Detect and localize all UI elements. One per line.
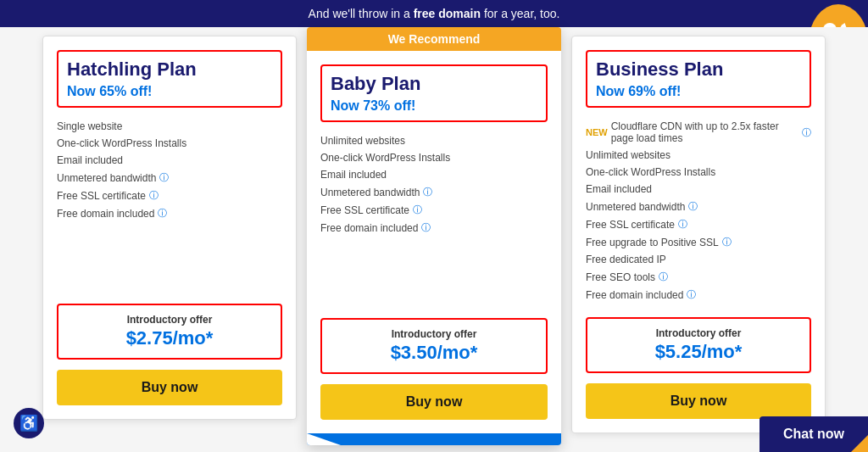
info-icon[interactable]: ⓘ <box>149 189 159 202</box>
business-plan-card: Business Plan Now 69% off! NEW Cloudflar… <box>571 36 826 433</box>
info-icon[interactable]: ⓘ <box>688 200 698 213</box>
top-banner: And we'll throw in a free domain for a y… <box>0 0 868 27</box>
list-item: Free dedicated IP <box>586 251 811 268</box>
business-plan-name: Business Plan <box>596 59 801 81</box>
baby-plan-name: Baby Plan <box>331 73 537 95</box>
list-item: One-click WordPress Installs <box>586 164 811 181</box>
hatchling-title-box: Hatchling Plan Now 65% off! <box>57 50 282 108</box>
info-icon[interactable]: ⓘ <box>678 218 687 231</box>
business-plan-content: Business Plan Now 69% off! NEW Cloudflar… <box>572 36 825 432</box>
new-badge: NEW <box>586 127 608 137</box>
list-item: Free domain includedⓘ <box>57 204 282 222</box>
accessibility-button[interactable]: ♿ <box>14 408 44 438</box>
business-intro-label: Introductory offer <box>596 327 801 339</box>
list-item: Email included <box>586 181 811 198</box>
list-item: Unmetered bandwidthⓘ <box>586 198 811 215</box>
list-item: Free domain includedⓘ <box>320 219 548 237</box>
accessibility-icon: ♿ <box>19 414 38 432</box>
top-banner-text: And we'll throw in a free domain for a y… <box>309 7 560 20</box>
hatchling-buy-button[interactable]: Buy now <box>57 370 282 405</box>
list-item: Email included <box>320 166 548 183</box>
list-item: One-click WordPress Installs <box>57 135 282 152</box>
recommended-bottom-deco <box>307 433 561 445</box>
baby-intro-label: Introductory offer <box>331 328 537 340</box>
hatchling-plan-discount: Now 65% off! <box>67 84 272 99</box>
business-features-list: NEW Cloudflare CDN with up to 2.5x faste… <box>586 118 811 304</box>
list-item: One-click WordPress Installs <box>320 149 548 166</box>
hatchling-plan-content: Hatchling Plan Now 65% off! Single websi… <box>43 36 296 419</box>
baby-title-box: Baby Plan Now 73% off! <box>320 64 548 122</box>
list-item: Unlimited websites <box>586 147 811 164</box>
baby-pricing-box: Introductory offer $3.50/mo* <box>320 318 548 374</box>
plans-section: Hatchling Plan Now 65% off! Single websi… <box>0 27 868 452</box>
info-icon[interactable]: ⓘ <box>158 207 167 220</box>
info-icon[interactable]: ⓘ <box>423 186 432 198</box>
info-icon[interactable]: ⓘ <box>659 271 668 283</box>
chat-now-button[interactable]: Chat now <box>760 416 868 452</box>
recommended-badge: We Recommend <box>307 27 561 51</box>
list-item: Free SSL certificateⓘ <box>586 215 811 233</box>
list-item: Free SSL certificateⓘ <box>320 201 548 219</box>
business-plan-discount: Now 69% off! <box>596 84 801 99</box>
hatchling-price: $2.75/mo* <box>67 327 272 349</box>
list-item: Single website <box>57 118 282 135</box>
list-item: Unmetered bandwidthⓘ <box>320 183 548 201</box>
baby-buy-button[interactable]: Buy now <box>320 384 548 420</box>
list-item: NEW Cloudflare CDN with up to 2.5x faste… <box>586 118 811 147</box>
business-buy-button[interactable]: Buy now <box>586 383 811 419</box>
baby-plan-card: We Recommend Baby Plan Now 73% off! Unli… <box>307 27 561 445</box>
list-item: Free SEO toolsⓘ <box>586 268 811 286</box>
info-icon[interactable]: ⓘ <box>159 171 169 184</box>
info-icon[interactable]: ⓘ <box>722 236 732 248</box>
hatchling-pricing-box: Introductory offer $2.75/mo* <box>57 304 282 360</box>
hatchling-plan-name: Hatchling Plan <box>67 59 272 81</box>
list-item: Unlimited websites <box>320 132 548 149</box>
hatchling-plan-card: Hatchling Plan Now 65% off! Single websi… <box>42 36 297 420</box>
hatchling-features-list: Single website One-click WordPress Insta… <box>57 118 282 222</box>
info-icon[interactable]: ⓘ <box>802 126 811 139</box>
hatchling-intro-label: Introductory offer <box>67 314 272 326</box>
baby-features-list: Unlimited websites One-click WordPress I… <box>320 132 548 237</box>
page-wrapper: And we'll throw in a free domain for a y… <box>0 0 868 452</box>
info-icon[interactable]: ⓘ <box>421 221 431 234</box>
business-title-box: Business Plan Now 69% off! <box>586 50 811 108</box>
list-item: Free upgrade to Positive SSLⓘ <box>586 233 811 251</box>
baby-plan-content: Baby Plan Now 73% off! Unlimited website… <box>307 51 561 433</box>
baby-price: $3.50/mo* <box>331 342 537 364</box>
info-icon[interactable]: ⓘ <box>687 288 696 301</box>
baby-plan-discount: Now 73% off! <box>331 98 537 114</box>
info-icon[interactable]: ⓘ <box>413 204 422 216</box>
list-item: Unmetered bandwidthⓘ <box>57 169 282 187</box>
list-item: Free SSL certificateⓘ <box>57 187 282 204</box>
business-price: $5.25/mo* <box>596 341 801 363</box>
list-item: Email included <box>57 152 282 169</box>
business-pricing-box: Introductory offer $5.25/mo* <box>586 317 811 373</box>
list-item: Free domain includedⓘ <box>586 286 811 304</box>
